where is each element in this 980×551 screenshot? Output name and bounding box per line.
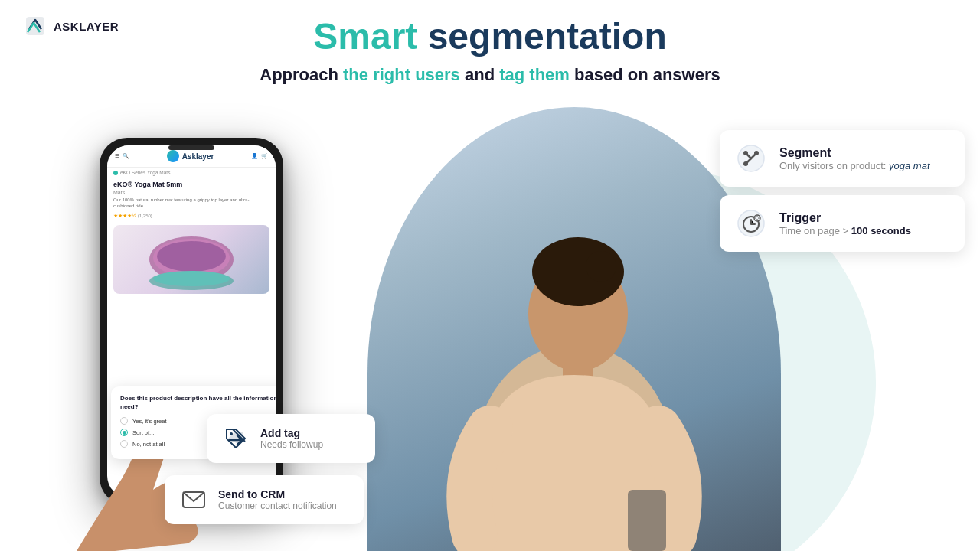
segment-text: Segment Only visitors on product: yoga m… <box>779 146 930 171</box>
svg-rect-6 <box>628 490 666 551</box>
phone-product-desc: Our 100% natural rubber mat featuring a … <box>107 197 276 213</box>
segment-subtitle: Only visitors on product: yoga mat <box>779 160 930 171</box>
phone-stars: ★★★★½ (1,250) <box>107 213 276 222</box>
survey-question: Does this product description have all t… <box>120 394 276 411</box>
add-tag-card: Add tag Needs followup <box>207 414 375 463</box>
svg-point-15 <box>743 161 748 166</box>
tag-svg-icon <box>224 426 248 451</box>
phone-product-image <box>113 225 270 294</box>
phone-nav-left: ☰ 🔍 <box>115 153 129 159</box>
trigger-svg-icon <box>737 209 766 238</box>
trigger-card: Trigger Time on page > 100 seconds <box>720 195 965 252</box>
main-title: Smart segmentation <box>0 15 980 57</box>
add-tag-text: Add tag Needs followup <box>260 427 323 450</box>
svg-point-17 <box>743 151 748 155</box>
svg-point-9 <box>157 241 226 272</box>
radio-inner-2 <box>122 431 126 435</box>
mail-icon <box>180 486 207 514</box>
subtitle: Approach the right users and tag them ba… <box>0 65 980 85</box>
send-crm-title: Send to CRM <box>218 488 337 500</box>
phone-product-category: Mats <box>107 190 276 197</box>
trigger-highlight: 100 seconds <box>851 225 911 236</box>
trigger-subtitle: Time on page > 100 seconds <box>779 225 911 236</box>
phone-nav-right: 👤 🛒 <box>251 153 268 159</box>
radio-1[interactable] <box>120 417 128 425</box>
mail-svg-icon <box>181 489 206 510</box>
add-tag-title: Add tag <box>260 427 323 439</box>
trigger-text: Trigger Time on page > 100 seconds <box>779 211 911 236</box>
send-crm-text: Send to CRM Customer contact notificatio… <box>218 488 337 511</box>
send-crm-subtitle: Customer contact notification <box>218 500 337 511</box>
segment-highlight: yoga mat <box>889 160 929 171</box>
title-area: Smart segmentation Approach the right us… <box>0 15 980 85</box>
segment-title: Segment <box>779 146 930 160</box>
send-crm-card: Send to CRM Customer contact notificatio… <box>165 475 364 524</box>
segment-icon <box>735 142 767 174</box>
title-accent: Smart <box>313 16 417 57</box>
trigger-icon <box>735 207 767 240</box>
woman-photo <box>368 107 781 551</box>
woman-photo-inner <box>368 107 781 551</box>
phone-logo-dot <box>167 150 179 162</box>
phone-breadcrumb: eKO Series Yoga Mats <box>107 168 276 178</box>
segment-card: Segment Only visitors on product: yoga m… <box>720 130 965 187</box>
add-tag-subtitle: Needs followup <box>260 439 323 450</box>
svg-point-11 <box>153 271 230 286</box>
trigger-title: Trigger <box>779 211 911 225</box>
woman-silhouette-svg <box>413 138 735 551</box>
svg-point-4 <box>586 251 616 282</box>
phone-brand: Asklayer <box>129 150 251 162</box>
phone-notch <box>168 145 214 150</box>
breadcrumb-dot <box>113 171 118 175</box>
phone-product-title: eKO® Yoga Mat 5mm <box>107 178 276 190</box>
tag-icon <box>222 425 250 452</box>
svg-point-16 <box>754 151 759 155</box>
radio-3[interactable] <box>120 440 128 448</box>
yoga-mat-svg <box>142 229 241 290</box>
radio-2-selected[interactable] <box>120 429 128 436</box>
segment-svg-icon <box>737 144 766 173</box>
